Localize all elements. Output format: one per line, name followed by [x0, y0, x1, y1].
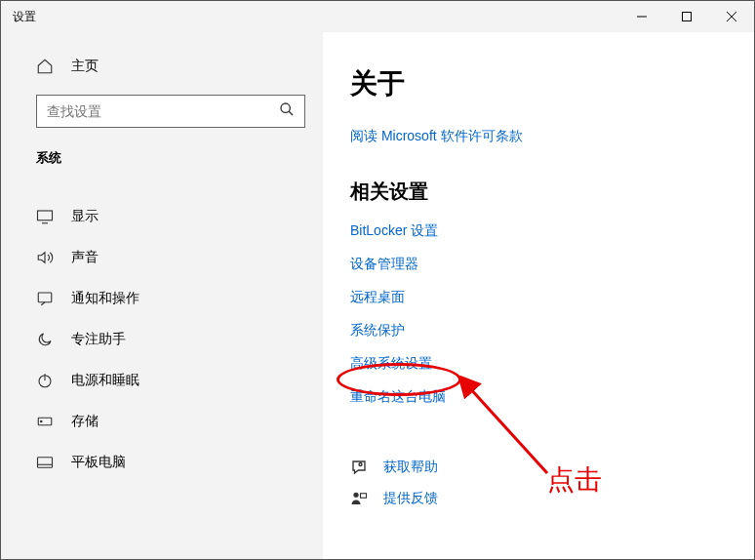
- link-device-manager[interactable]: 设备管理器: [350, 256, 754, 273]
- svg-point-4: [281, 103, 290, 112]
- nav-sound[interactable]: 声音: [1, 237, 323, 278]
- home-label: 主页: [71, 58, 99, 75]
- svg-line-5: [289, 111, 293, 115]
- svg-rect-8: [38, 293, 52, 302]
- minimize-button[interactable]: [619, 1, 664, 32]
- search-box[interactable]: [36, 95, 305, 128]
- nav-storage[interactable]: 存储: [1, 401, 323, 442]
- power-icon: [36, 372, 54, 389]
- nav-label: 平板电脑: [71, 454, 126, 471]
- svg-rect-1: [683, 13, 692, 21]
- get-help-row[interactable]: 获取帮助: [350, 459, 754, 476]
- tablet-icon: [36, 455, 54, 470]
- feedback-icon: [350, 490, 368, 507]
- nav-display[interactable]: 显示: [1, 196, 323, 237]
- svg-rect-6: [38, 211, 53, 220]
- svg-point-15: [359, 463, 362, 466]
- home-nav[interactable]: 主页: [1, 52, 323, 81]
- svg-rect-13: [38, 458, 53, 468]
- moon-icon: [36, 331, 54, 348]
- close-button[interactable]: [709, 1, 754, 32]
- search-icon: [279, 101, 295, 121]
- main-panel: 关于 阅读 Microsoft 软件许可条款 相关设置 BitLocker 设置…: [323, 32, 754, 559]
- get-help-label: 获取帮助: [383, 459, 438, 476]
- window-body: 主页 系统 显示 声音: [1, 32, 754, 559]
- maximize-button[interactable]: [664, 1, 709, 32]
- nav-label: 专注助手: [71, 331, 126, 348]
- nav-label: 通知和操作: [71, 290, 139, 307]
- notification-icon: [36, 291, 54, 306]
- link-remote-desktop[interactable]: 远程桌面: [350, 289, 754, 306]
- nav-power-sleep[interactable]: 电源和睡眠: [1, 360, 323, 401]
- page-title: 关于: [350, 65, 754, 102]
- titlebar-controls: [619, 1, 754, 32]
- nav-tablet[interactable]: 平板电脑: [1, 442, 323, 483]
- svg-rect-17: [361, 494, 367, 499]
- help-bubble-icon: [350, 459, 368, 476]
- nav-label: 声音: [71, 249, 99, 266]
- svg-point-12: [41, 420, 43, 422]
- window-title: 设置: [13, 9, 619, 25]
- search-input[interactable]: [47, 103, 279, 119]
- storage-icon: [36, 414, 54, 429]
- license-link[interactable]: 阅读 Microsoft 软件许可条款: [350, 128, 754, 145]
- sidebar: 主页 系统 显示 声音: [1, 32, 323, 559]
- help-section: 获取帮助 提供反馈: [350, 459, 754, 507]
- link-rename-pc[interactable]: 重命名这台电脑: [350, 388, 754, 406]
- nav-focus-assist[interactable]: 专注助手: [1, 319, 323, 360]
- link-advanced-system-settings[interactable]: 高级系统设置: [350, 355, 754, 373]
- nav-label: 电源和睡眠: [71, 372, 139, 389]
- nav-notifications[interactable]: 通知和操作: [1, 278, 323, 319]
- svg-point-16: [353, 493, 358, 498]
- nav-label: 存储: [71, 413, 99, 430]
- link-system-protection[interactable]: 系统保护: [350, 322, 754, 340]
- nav-label: 显示: [71, 208, 99, 225]
- feedback-label: 提供反馈: [383, 490, 438, 507]
- sound-icon: [36, 250, 54, 265]
- display-icon: [36, 209, 54, 224]
- category-heading: 系统: [1, 149, 323, 167]
- link-bitlocker[interactable]: BitLocker 设置: [350, 222, 754, 240]
- feedback-row[interactable]: 提供反馈: [350, 490, 754, 507]
- settings-window: 设置 主页: [0, 0, 755, 560]
- related-settings-heading: 相关设置: [350, 179, 754, 205]
- home-icon: [36, 58, 54, 75]
- titlebar: 设置: [1, 1, 754, 32]
